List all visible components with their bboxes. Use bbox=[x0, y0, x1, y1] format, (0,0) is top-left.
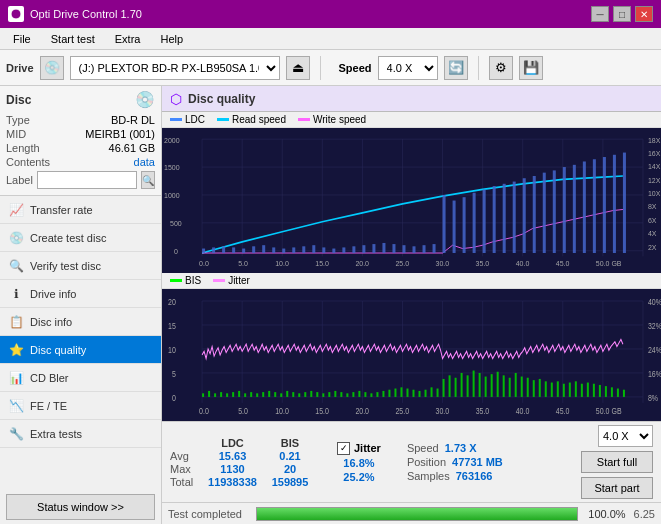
svg-point-0 bbox=[11, 9, 21, 19]
svg-rect-135 bbox=[382, 391, 384, 397]
svg-text:0: 0 bbox=[174, 247, 178, 256]
jitter-header: Jitter bbox=[354, 442, 381, 454]
svg-rect-20 bbox=[212, 247, 215, 253]
svg-rect-115 bbox=[262, 392, 264, 397]
svg-rect-155 bbox=[503, 375, 505, 397]
disc-icon[interactable]: 💿 bbox=[135, 90, 155, 109]
minimize-button[interactable]: ─ bbox=[591, 6, 609, 22]
svg-rect-170 bbox=[593, 384, 595, 397]
version-label: 6.25 bbox=[634, 508, 655, 520]
svg-rect-140 bbox=[413, 390, 415, 397]
label-input[interactable] bbox=[37, 171, 137, 189]
svg-rect-113 bbox=[250, 392, 252, 397]
svg-rect-146 bbox=[449, 375, 451, 397]
svg-rect-142 bbox=[425, 390, 427, 397]
status-window-button[interactable]: Status window >> bbox=[6, 494, 155, 520]
sidebar-item-fe-te[interactable]: 📉 FE / TE bbox=[0, 392, 161, 420]
svg-text:6X: 6X bbox=[648, 216, 657, 225]
svg-rect-161 bbox=[539, 379, 541, 397]
disc-section-title: Disc bbox=[6, 93, 31, 107]
start-part-button[interactable]: Start part bbox=[581, 477, 653, 499]
svg-text:20.0: 20.0 bbox=[355, 406, 369, 416]
svg-rect-32 bbox=[332, 249, 335, 253]
sidebar-item-transfer-rate[interactable]: 📈 Transfer rate bbox=[0, 196, 161, 224]
svg-text:45.0: 45.0 bbox=[556, 259, 570, 268]
write-speed-color bbox=[298, 118, 310, 121]
svg-text:8X: 8X bbox=[648, 202, 657, 211]
svg-rect-133 bbox=[370, 393, 372, 397]
svg-rect-105 bbox=[202, 393, 204, 397]
verify-test-icon: 🔍 bbox=[8, 258, 24, 274]
svg-rect-112 bbox=[244, 393, 246, 397]
samples-value: 763166 bbox=[456, 470, 493, 482]
svg-rect-116 bbox=[268, 391, 270, 397]
svg-rect-175 bbox=[623, 390, 625, 397]
stats-empty-label bbox=[170, 437, 200, 449]
svg-rect-42 bbox=[433, 244, 436, 253]
eject-button[interactable]: ⏏ bbox=[286, 56, 310, 80]
menu-bar: File Start test Extra Help bbox=[0, 28, 661, 50]
svg-rect-126 bbox=[328, 392, 330, 397]
disc-quality-icon: ⭐ bbox=[8, 342, 24, 358]
speed-select-right[interactable]: 4.0 X bbox=[598, 425, 653, 447]
refresh-button[interactable]: 🔄 bbox=[444, 56, 468, 80]
drive-label: Drive bbox=[6, 62, 34, 74]
sidebar-item-cd-bler[interactable]: 📊 CD Bler bbox=[0, 364, 161, 392]
nav-verify-test-label: Verify test disc bbox=[30, 260, 101, 272]
start-full-button[interactable]: Start full bbox=[581, 451, 653, 473]
toolbar: Drive 💿 (J:) PLEXTOR BD-R PX-LB950SA 1.0… bbox=[0, 50, 661, 86]
svg-rect-153 bbox=[491, 374, 493, 397]
svg-rect-128 bbox=[340, 392, 342, 397]
sidebar-item-disc-info[interactable]: 📋 Disc info bbox=[0, 308, 161, 336]
svg-rect-152 bbox=[485, 377, 487, 397]
svg-rect-51 bbox=[523, 178, 526, 253]
menu-starttest[interactable]: Start test bbox=[42, 30, 104, 48]
sidebar-item-disc-quality[interactable]: ⭐ Disc quality bbox=[0, 336, 161, 364]
svg-rect-145 bbox=[443, 379, 445, 397]
label-label: Label bbox=[6, 174, 33, 186]
legend-jitter: Jitter bbox=[213, 275, 250, 286]
sidebar-item-drive-info[interactable]: ℹ Drive info bbox=[0, 280, 161, 308]
sidebar-item-create-test[interactable]: 💿 Create test disc bbox=[0, 224, 161, 252]
svg-text:45.0: 45.0 bbox=[556, 406, 570, 416]
jitter-checkbox[interactable]: ✓ bbox=[337, 442, 350, 455]
svg-rect-33 bbox=[342, 247, 345, 253]
svg-rect-36 bbox=[372, 244, 375, 253]
drive-select[interactable]: (J:) PLEXTOR BD-R PX-LB950SA 1.06 bbox=[70, 56, 280, 80]
svg-rect-150 bbox=[473, 371, 475, 397]
settings-button[interactable]: ⚙ bbox=[489, 56, 513, 80]
svg-rect-61 bbox=[623, 153, 626, 253]
position-key-label: Position bbox=[407, 456, 446, 468]
close-button[interactable]: ✕ bbox=[635, 6, 653, 22]
sidebar-item-verify-test[interactable]: 🔍 Verify test disc bbox=[0, 252, 161, 280]
menu-extra[interactable]: Extra bbox=[106, 30, 150, 48]
top-legend: LDC Read speed Write speed bbox=[162, 112, 661, 128]
drive-info-icon: ℹ bbox=[8, 286, 24, 302]
avg-label: Avg bbox=[170, 450, 200, 462]
maximize-button[interactable]: □ bbox=[613, 6, 631, 22]
svg-rect-60 bbox=[613, 155, 616, 253]
status-label: Test completed bbox=[168, 508, 248, 520]
label-btn[interactable]: 🔍 bbox=[141, 171, 155, 189]
svg-text:5.0: 5.0 bbox=[238, 406, 248, 416]
speed-select[interactable]: 4.0 X bbox=[378, 56, 438, 80]
svg-rect-138 bbox=[400, 387, 402, 397]
menu-file[interactable]: File bbox=[4, 30, 40, 48]
svg-text:10.0: 10.0 bbox=[275, 406, 289, 416]
svg-rect-30 bbox=[312, 245, 315, 253]
svg-text:40.0: 40.0 bbox=[516, 406, 530, 416]
menu-help[interactable]: Help bbox=[151, 30, 192, 48]
sidebar-item-extra-tests[interactable]: 🔧 Extra tests bbox=[0, 420, 161, 448]
svg-text:0.0: 0.0 bbox=[199, 259, 209, 268]
svg-text:40.0: 40.0 bbox=[516, 259, 530, 268]
svg-rect-40 bbox=[413, 246, 416, 253]
contents-value[interactable]: data bbox=[134, 156, 155, 168]
nav-items: 📈 Transfer rate 💿 Create test disc 🔍 Ver… bbox=[0, 196, 161, 490]
bis-header: BIS bbox=[265, 437, 315, 449]
svg-rect-158 bbox=[521, 377, 523, 397]
save-button[interactable]: 💾 bbox=[519, 56, 543, 80]
separator2 bbox=[478, 56, 479, 80]
svg-rect-167 bbox=[575, 381, 577, 397]
disc-panel: Disc 💿 Type BD-R DL MID MEIRB1 (001) Len… bbox=[0, 86, 161, 196]
length-label: Length bbox=[6, 142, 40, 154]
